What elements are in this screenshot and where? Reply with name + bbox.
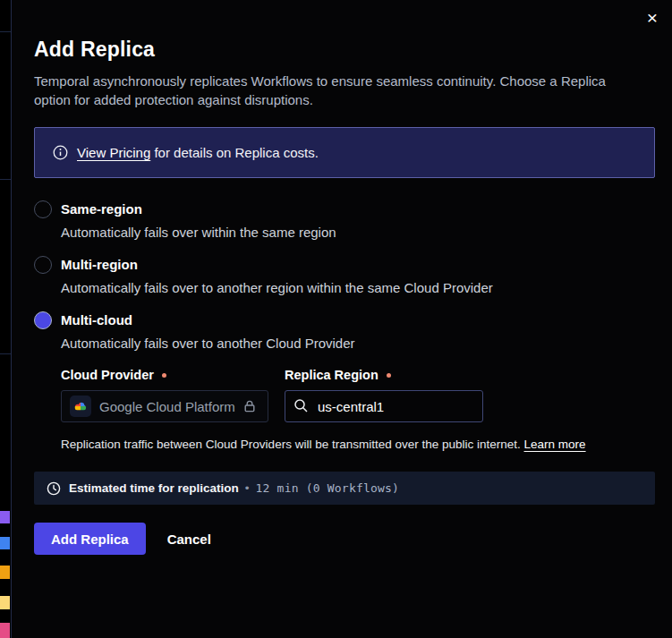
estimate-separator: • — [245, 481, 250, 495]
pricing-info-banner: View Pricing for details on Replica cost… — [34, 127, 655, 178]
modal-description: Temporal asynchronously replicates Workf… — [34, 72, 625, 109]
background-divider — [0, 179, 11, 180]
learn-more-link[interactable]: Learn more — [524, 438, 586, 451]
radio-multi-cloud[interactable] — [34, 311, 52, 329]
search-icon — [293, 398, 309, 417]
option-description: Automatically fails over to another regi… — [61, 279, 655, 297]
radio-same-region[interactable] — [34, 200, 52, 218]
background-stripe-orange — [0, 566, 10, 579]
estimate-value: 12 min (0 Workflows) — [256, 481, 400, 495]
info-circle-icon — [53, 145, 68, 160]
pricing-banner-text: for details on Replica costs. — [150, 145, 319, 160]
background-stripe-yellow — [0, 596, 10, 609]
background-stripe-blue — [0, 537, 10, 549]
background-stripe-pink — [0, 623, 10, 638]
public-internet-note: Replication traffic between Cloud Provid… — [61, 438, 655, 452]
required-dot — [162, 373, 166, 378]
option-description: Automatically fails over within the same… — [61, 224, 655, 242]
option-same-region: Same-region Automatically fails over wit… — [34, 200, 655, 242]
option-label[interactable]: Multi-region — [61, 256, 655, 274]
background-divider — [0, 353, 11, 354]
multi-cloud-subform: Cloud Provider — [61, 368, 655, 452]
view-pricing-link[interactable]: View Pricing — [77, 145, 150, 160]
cloud-provider-label: Cloud Provider — [61, 368, 268, 382]
background-page-strip — [0, 0, 12, 638]
page-title: Add Replica — [34, 38, 655, 62]
lock-icon — [242, 399, 257, 413]
add-replica-button[interactable]: Add Replica — [34, 523, 146, 555]
option-description: Automatically fails over to another Clou… — [61, 335, 655, 353]
add-replica-modal: × Add Replica Temporal asynchronously re… — [12, 0, 672, 638]
close-icon[interactable]: × — [641, 5, 664, 29]
cancel-button[interactable]: Cancel — [164, 523, 215, 555]
option-label[interactable]: Multi-cloud — [61, 311, 655, 329]
option-label[interactable]: Same-region — [61, 200, 655, 218]
replica-region-input[interactable] — [285, 390, 483, 422]
option-multi-cloud: Multi-cloud Automatically fails over to … — [34, 311, 655, 452]
cloud-provider-value: Google Cloud Platform — [99, 399, 235, 414]
clock-icon — [47, 481, 61, 496]
google-cloud-logo-icon — [70, 396, 91, 417]
background-divider — [0, 31, 11, 32]
replica-region-label: Replica Region — [285, 368, 483, 382]
cloud-provider-field: Google Cloud Platform — [61, 390, 268, 422]
estimate-label: Estimated time for replication — [69, 481, 239, 495]
background-stripe-purple — [0, 511, 10, 523]
required-dot — [387, 373, 391, 378]
option-multi-region: Multi-region Automatically fails over to… — [34, 256, 655, 297]
replication-estimate-banner: Estimated time for replication • 12 min … — [34, 472, 655, 505]
radio-multi-region[interactable] — [34, 256, 52, 274]
